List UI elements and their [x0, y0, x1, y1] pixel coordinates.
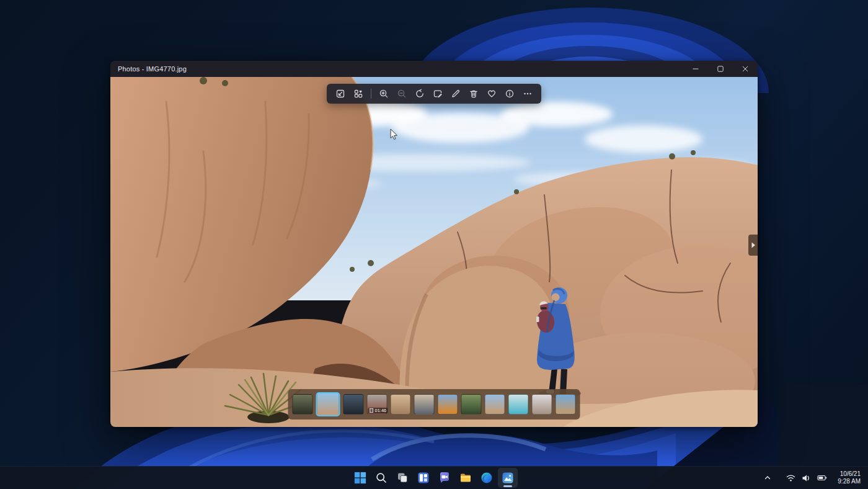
battery-button[interactable] — [814, 469, 830, 487]
widgets-icon — [417, 472, 430, 484]
window-titlebar[interactable]: Photos - IMG4770.jpg — [110, 61, 758, 77]
close-button[interactable] — [733, 61, 758, 77]
zoom-in-button[interactable] — [375, 86, 392, 102]
file-explorer-icon — [459, 472, 472, 484]
add-to-icon — [353, 89, 363, 99]
see-more-button[interactable] — [519, 86, 536, 102]
see-all-photos-button[interactable] — [332, 86, 349, 102]
filmstrip-video-icon — [370, 408, 374, 413]
video-duration: 01:46 — [375, 408, 387, 413]
system-tray: 10/6/21 9:28 AM — [761, 467, 864, 489]
chevron-up-icon — [764, 474, 771, 482]
file-info-icon — [505, 89, 515, 99]
edit-image-icon — [433, 89, 443, 99]
draw-icon — [451, 89, 461, 99]
favorite-button[interactable] — [483, 86, 500, 102]
filmstrip-thumbnail[interactable] — [556, 394, 576, 415]
minimize-icon — [693, 66, 699, 72]
chat-button[interactable] — [435, 468, 454, 488]
start-button[interactable] — [350, 468, 370, 488]
caption-buttons — [683, 61, 758, 77]
edge-icon — [480, 472, 493, 484]
hidden-icons-button[interactable] — [761, 469, 774, 487]
filmstrip-thumbnail[interactable] — [485, 394, 505, 415]
battery-icon — [817, 474, 827, 482]
windows-start-icon — [354, 472, 366, 484]
close-icon — [742, 66, 748, 72]
photos-app-window: Photos - IMG4770.jpg — [110, 61, 758, 427]
filmstrip-thumbnail[interactable] — [391, 394, 411, 415]
filmstrip-thumbnail-selected[interactable] — [316, 392, 340, 416]
filmstrip-thumbnail[interactable] — [508, 394, 529, 415]
maximize-button[interactable] — [708, 61, 733, 77]
next-photo-button[interactable] — [748, 235, 758, 256]
teams-chat-icon — [438, 472, 451, 484]
file-info-button[interactable] — [501, 86, 518, 102]
window-title: Photos - IMG4770.jpg — [110, 65, 187, 73]
see-all-photos-icon — [335, 89, 345, 99]
volume-icon — [802, 474, 811, 482]
desktop: Photos - IMG4770.jpg — [0, 0, 868, 489]
tray-time: 9:28 AM — [838, 478, 861, 485]
tray-date: 10/6/21 — [838, 470, 861, 478]
maximize-icon — [717, 66, 724, 72]
filmstrip-thumbnail[interactable] — [343, 394, 364, 415]
delete-button[interactable] — [465, 86, 482, 102]
zoom-in-icon — [379, 89, 389, 99]
filmstrip: 01:46 — [288, 389, 580, 419]
wifi-icon — [786, 474, 795, 482]
edge-button[interactable] — [477, 468, 497, 488]
filmstrip-thumbnail[interactable] — [438, 394, 458, 415]
search-icon — [375, 472, 388, 484]
video-duration-badge: 01:46 — [368, 408, 388, 413]
edit-image-button[interactable] — [429, 86, 446, 102]
add-to-button[interactable] — [350, 86, 367, 102]
zoom-out-button[interactable] — [393, 86, 410, 102]
photos-app-button[interactable] — [498, 468, 518, 488]
photos-icon — [502, 472, 514, 484]
task-view-button[interactable] — [392, 468, 412, 488]
filmstrip-thumbnail[interactable] — [293, 394, 313, 415]
zoom-out-icon — [397, 89, 407, 99]
filmstrip-thumbnail[interactable] — [532, 394, 552, 415]
taskbar: 10/6/21 9:28 AM — [0, 466, 868, 489]
delete-icon — [469, 89, 479, 99]
task-view-icon — [396, 472, 409, 484]
widgets-button[interactable] — [414, 468, 433, 488]
wifi-button[interactable] — [783, 469, 799, 487]
volume-button[interactable] — [799, 469, 814, 487]
photo-canvas[interactable] — [110, 77, 758, 427]
favorite-icon — [487, 89, 497, 99]
toolbar-separator — [371, 89, 371, 99]
photo-toolbar — [327, 84, 541, 104]
taskbar-center-icons — [350, 467, 518, 489]
minimize-button[interactable] — [683, 61, 708, 77]
clock[interactable]: 10/6/21 9:28 AM — [834, 469, 864, 487]
rotate-button[interactable] — [411, 86, 428, 102]
file-explorer-button[interactable] — [456, 468, 476, 488]
filmstrip-thumbnail[interactable] — [461, 394, 482, 415]
filmstrip-thumbnail[interactable] — [414, 394, 435, 415]
see-more-icon — [523, 89, 533, 99]
draw-button[interactable] — [447, 86, 464, 102]
next-arrow-icon — [751, 242, 756, 248]
rotate-icon — [415, 89, 425, 99]
search-button[interactable] — [371, 468, 391, 488]
filmstrip-thumbnail-video[interactable]: 01:46 — [367, 394, 388, 415]
photo-viewer: 01:46 — [110, 77, 758, 427]
